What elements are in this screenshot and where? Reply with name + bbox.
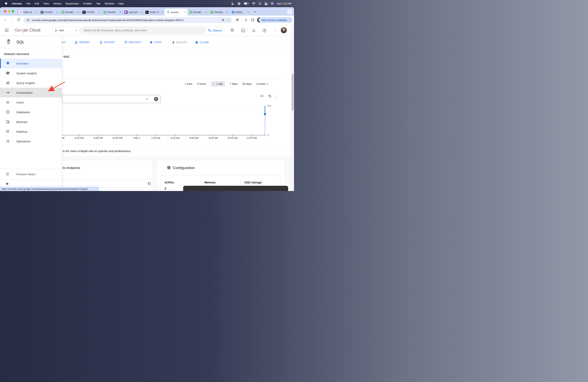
range-custom[interactable]: Custom ▼ — [256, 82, 269, 85]
control-center-icon[interactable] — [265, 2, 268, 5]
tab-conference[interactable]: Confere × — [39, 9, 60, 16]
range-1-day-selected[interactable]: ✓1 day — [211, 81, 225, 86]
tab-peerdb-3[interactable]: Peerdb ( × — [188, 9, 209, 16]
menubar-item-help[interactable]: Help — [116, 2, 126, 5]
project-picker[interactable]: test ▼ — [53, 27, 79, 34]
spotlight-search-icon[interactable] — [259, 2, 262, 5]
tab-log-explorer[interactable]: Log Expl × — [123, 9, 144, 16]
notifications-bell-icon[interactable] — [252, 28, 256, 33]
menubar-item-edit[interactable]: Edit — [33, 2, 41, 5]
sidebar-item-operations[interactable]: Operations — [0, 136, 62, 146]
chart-more-options-icon[interactable]: ⋮ — [275, 95, 279, 99]
explore-data-icon[interactable] — [268, 94, 272, 99]
sidebar-item-users[interactable]: Users — [0, 97, 62, 107]
stop-button[interactable]: STOP — [149, 40, 162, 45]
browser-menu-icon[interactable]: ⋮ — [289, 19, 291, 21]
overlay-charts-icon[interactable] — [260, 94, 264, 99]
scrollbar-track[interactable] — [291, 25, 294, 191]
account-avatar[interactable] — [281, 27, 287, 33]
sidebar-item-connections[interactable]: Connections — [0, 88, 62, 97]
apple-menu-icon[interactable] — [3, 2, 10, 5]
zoom-page-icon[interactable] — [221, 19, 225, 22]
menubar-item-window[interactable]: Window — [103, 2, 116, 5]
close-tab-icon[interactable]: × — [184, 11, 186, 14]
range-7-days[interactable]: 7 days — [230, 82, 238, 85]
close-window-button[interactable] — [4, 10, 6, 12]
sidebar-item-system-insights[interactable]: System insights — [0, 68, 62, 78]
range-6-hours[interactable]: 6 hours — [197, 82, 206, 85]
close-tab-icon[interactable]: × — [77, 11, 79, 14]
collapse-sidebar-toggle[interactable]: |▸ — [6, 182, 9, 185]
extensions-icon[interactable] — [236, 18, 239, 22]
tab-peerdb-4[interactable]: Peerdb ( × — [209, 9, 230, 16]
range-30-days[interactable]: 30 days — [242, 82, 252, 85]
reload-button[interactable] — [17, 18, 21, 22]
close-tab-icon[interactable]: × — [140, 11, 142, 14]
sidebar-item-databases[interactable]: Databases — [0, 107, 62, 117]
forward-button[interactable]: → — [10, 18, 14, 22]
google-cloud-logo[interactable]: GoogleCloud — [15, 28, 41, 33]
release-notes-feed-icon[interactable] — [230, 28, 234, 33]
export-button[interactable]: EXPORT — [99, 40, 115, 45]
metric-select-dropdown[interactable]: ▼ — [62, 95, 161, 103]
sidebar-item-replicas[interactable]: Replicas — [0, 127, 62, 136]
restart-button[interactable]: RESTART — [124, 40, 141, 45]
close-tab-icon[interactable]: × — [98, 11, 100, 14]
sidebar-item-release-notes[interactable]: Release Notes — [0, 169, 62, 179]
delete-button[interactable]: DELETE — [172, 40, 187, 45]
menubar-item-profiles[interactable]: Profiles — [81, 2, 94, 5]
more-options-icon[interactable]: ⋮ — [273, 28, 276, 32]
clone-button[interactable]: CLONE — [195, 40, 209, 45]
range-1-hour[interactable]: 1 hour — [185, 82, 192, 85]
menubar-item-view[interactable]: View — [42, 2, 51, 5]
bookmark-star-icon[interactable]: ☆ — [227, 18, 230, 22]
utility-app-icon[interactable] — [237, 2, 241, 5]
menubar-item-chrome[interactable]: Chrome — [10, 2, 24, 5]
search-button[interactable]: Search — [205, 26, 224, 34]
side-panel-icon[interactable] — [251, 18, 254, 22]
downloads-icon[interactable] — [244, 18, 248, 22]
wifi-icon[interactable] — [252, 2, 255, 5]
site-settings-icon[interactable] — [26, 19, 30, 22]
menubar-item-bookmarks[interactable]: Bookmarks — [64, 2, 81, 5]
tab-editing[interactable]: Editing × — [230, 9, 251, 16]
metric-help-icon[interactable]: ? — [154, 97, 158, 101]
siri-icon[interactable] — [271, 2, 274, 5]
tab-peerdb-2[interactable]: Peerdb ( × — [102, 9, 123, 16]
menubar-item-tab[interactable]: Tab — [94, 2, 103, 5]
omnibox[interactable]: console.cloud.google.com/sql/instances/s… — [24, 17, 232, 23]
tab-sai-peerdb-active[interactable]: sai-peer × — [165, 9, 188, 16]
chart-data-point[interactable] — [264, 113, 266, 115]
scrollbar-thumb[interactable] — [292, 74, 294, 111]
menubar-clock[interactable]: Sat 1:22 PM — [277, 2, 291, 5]
back-button[interactable]: ← — [3, 18, 7, 22]
cloud-shell-icon[interactable] — [241, 28, 245, 33]
sidebar-item-query-insights[interactable]: Query insights — [0, 78, 62, 88]
close-tab-icon[interactable]: × — [161, 11, 163, 14]
minimize-window-button[interactable] — [8, 10, 10, 12]
help-icon[interactable] — [262, 28, 267, 33]
tab-inbox[interactable]: M Inbox (5 × — [18, 9, 39, 16]
close-tab-icon[interactable]: × — [56, 11, 58, 14]
stats-icon[interactable] — [231, 2, 234, 5]
tab-x-home[interactable]: X Home / X × — [144, 9, 165, 16]
import-button[interactable]: IMPORT — [74, 40, 90, 45]
tab-peerdb-1[interactable]: Peerdb ( × — [60, 9, 81, 16]
close-tab-icon[interactable]: × — [226, 11, 228, 14]
new-tab-button[interactable]: + — [252, 9, 257, 15]
close-tab-icon[interactable]: × — [247, 11, 249, 14]
update-chrome-pill[interactable]: New Chrome available ⋮ — [259, 17, 293, 23]
url-text[interactable]: console.cloud.google.com/sql/instances/s… — [32, 19, 221, 21]
nav-menu-button[interactable] — [5, 29, 9, 32]
close-tab-icon[interactable]: × — [119, 11, 121, 14]
global-search-input[interactable]: Search (/) for resources, docs, products… — [80, 26, 205, 34]
sidebar-item-overview[interactable]: Overview — [0, 59, 62, 68]
tab-search-button[interactable]: ⌄ — [287, 9, 292, 14]
close-tab-icon[interactable]: × — [205, 11, 207, 14]
copy-icon[interactable] — [147, 182, 151, 186]
sidebar-item-backups[interactable]: Backups — [0, 117, 62, 127]
close-tab-icon[interactable]: × — [35, 11, 37, 14]
menubar-item-file[interactable]: File — [24, 2, 32, 5]
menubar-item-history[interactable]: History — [51, 2, 63, 5]
zoom-window-button[interactable] — [12, 10, 14, 12]
